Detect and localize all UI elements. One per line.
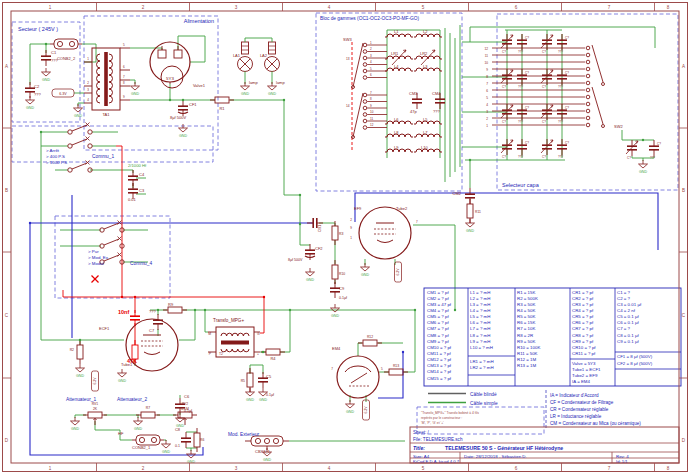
- table-cell: L8 = ? mH: [470, 333, 490, 338]
- text-label: 2: [87, 81, 89, 85]
- junction-dot: [289, 309, 291, 311]
- line: [351, 373, 367, 383]
- path: [109, 54, 113, 103]
- legend-def: IA = Indicateur d'Accord: [550, 393, 599, 398]
- gnd-label: GND: [361, 273, 369, 277]
- text-label: SW2: [614, 124, 623, 129]
- sheet-title: TELEMESURE 50 S - Générateur HF Hétérody…: [445, 445, 563, 451]
- text-label: > Pur: [88, 249, 99, 254]
- table-cell: CR1 = ? pf: [572, 290, 594, 295]
- text-label: EF9: [354, 206, 362, 211]
- table-cell: CR9 = ? pf: [572, 339, 594, 344]
- table-cell: CM5 = ? pf: [427, 314, 449, 319]
- wire-g: [179, 310, 195, 340]
- text-label: L5: [423, 117, 428, 122]
- circle: [57, 41, 62, 46]
- zone-col-label: 6: [515, 466, 518, 471]
- line: [104, 223, 119, 229]
- text-label: 3: [87, 88, 89, 92]
- junction-dot: [402, 351, 404, 353]
- gnd-symbol: [639, 164, 648, 168]
- gnd-label: GND: [466, 229, 474, 233]
- text-label: C7: [149, 328, 155, 333]
- circle: [88, 130, 92, 134]
- rect: [467, 204, 473, 218]
- circle: [586, 109, 590, 113]
- text-label: Câble simple: [470, 401, 498, 406]
- rect: [332, 265, 338, 279]
- circle: [363, 113, 367, 117]
- table-cell: R1 = 15K: [517, 290, 536, 295]
- gnd-label: GND: [26, 106, 34, 110]
- text-label: 9: [350, 226, 352, 230]
- circle: [586, 102, 590, 106]
- net-tag: 6.3V: [396, 268, 400, 276]
- table-cell: L9 = ? mH: [470, 339, 490, 344]
- table-cell: R6 = 15K: [517, 320, 536, 325]
- gnd-label: GND: [639, 170, 647, 174]
- table-cell: CM7 = ? pf: [427, 326, 449, 331]
- path: [221, 349, 249, 352]
- cap-label: C?: [525, 71, 529, 75]
- text-label: R2: [70, 348, 74, 352]
- transformer-core: [104, 52, 108, 106]
- text-label: LA2: [260, 53, 268, 58]
- text-label: L6: [394, 117, 399, 122]
- text-label: C4: [139, 172, 145, 177]
- table-cell: CR3 = ? pf: [572, 302, 594, 307]
- cap-label: ???: [518, 120, 523, 124]
- wire-g: [358, 343, 362, 356]
- zone-col-label: 4: [328, 466, 331, 471]
- text-label: 13: [346, 57, 350, 61]
- transformer-core: [221, 341, 249, 345]
- rect: [332, 226, 338, 240]
- rect: [141, 412, 155, 418]
- circle: [586, 116, 590, 120]
- text-label: L8: [394, 130, 399, 135]
- cap-label: C?: [525, 141, 529, 145]
- text-label: 0.1: [175, 444, 180, 448]
- table-cell: CM9 = ? pf: [427, 339, 449, 344]
- table-cell: C3 = 0.01 µf: [617, 302, 642, 307]
- text-label: C3: [139, 188, 145, 193]
- text-label: File: TELEMESURE.sch: [413, 437, 463, 442]
- circle: [586, 46, 590, 50]
- text-label: 7: [416, 220, 418, 224]
- table-cell: CM12 = ? pf: [427, 357, 452, 362]
- text-label: Selecteur capa: [502, 182, 540, 188]
- text-label: > Arrêt: [46, 148, 60, 153]
- legend-note: 'M', 'P', 'G' et '+': [421, 421, 444, 425]
- gnd-label: GND: [42, 78, 50, 82]
- table-cell: C9 = 0.1 µf: [617, 339, 639, 344]
- gnd-label: GND: [131, 92, 139, 96]
- table-cell: CR10 = ? pf: [572, 345, 596, 350]
- circle: [363, 43, 367, 47]
- text-label: 6: [123, 65, 125, 69]
- table-cell: CM6 = ? pf: [427, 320, 449, 325]
- table-cell: CM14 = ? pf: [427, 369, 452, 374]
- path: [385, 68, 413, 71]
- circle: [586, 60, 590, 64]
- path: [385, 121, 413, 124]
- path: [385, 134, 413, 137]
- path: [385, 34, 413, 37]
- schematic-canvas[interactable]: 123456789101112C?C????C?C????C?C????C?C?…: [0, 0, 690, 474]
- table-cell: CM4 = ? pf: [427, 308, 449, 313]
- text-label: lamp: [276, 80, 285, 85]
- junction-dot: [121, 296, 123, 298]
- table-cell: L2 = ? mH: [470, 296, 490, 301]
- zone-col-label: 4: [328, 5, 331, 10]
- text-label: ???: [51, 58, 58, 63]
- gnd-symbol: [241, 86, 250, 90]
- rect: [88, 412, 102, 418]
- pin-number: 12: [370, 123, 374, 127]
- gnd-label: GND: [268, 92, 276, 96]
- circle: [359, 207, 411, 259]
- table-cell: CR6 = ? pf: [572, 320, 594, 325]
- path: [345, 366, 371, 372]
- circle: [363, 126, 367, 130]
- text-label: 2: [486, 117, 488, 121]
- cap-label: C?: [542, 50, 546, 54]
- text-label: 9: [123, 95, 125, 99]
- text-label: 1: [87, 57, 89, 61]
